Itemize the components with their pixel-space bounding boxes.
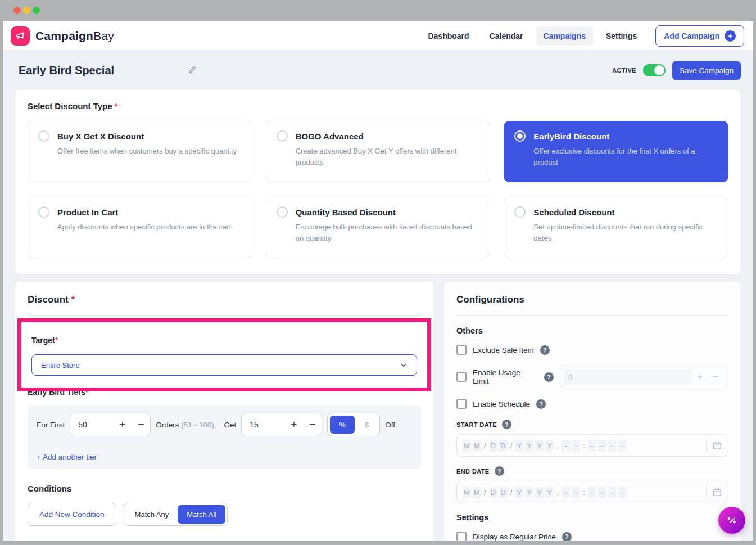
radio-unselected-icon	[277, 206, 288, 218]
brand-name: CampaignBay	[35, 29, 114, 43]
enable-schedule-checkbox[interactable]	[456, 399, 467, 409]
type-card-title: BOGO Advanced	[296, 132, 364, 141]
add-tier-link[interactable]: + Add another tier	[37, 453, 97, 463]
type-card-product-in-cart[interactable]: Product In Cart Apply discounts when spe…	[28, 197, 252, 258]
decrement-button[interactable]: −	[132, 418, 150, 431]
conditions-title: Conditions	[28, 484, 421, 493]
others-title: Others	[456, 326, 728, 335]
nav-item-settings[interactable]: Settings	[599, 26, 644, 46]
minimize-window-button[interactable]	[23, 7, 30, 14]
magic-wand-icon	[725, 514, 739, 527]
get-label: Get	[224, 421, 237, 429]
increment-button[interactable]: +	[692, 371, 708, 382]
help-icon[interactable]: ?	[536, 399, 546, 409]
app-window: CampaignBay Dashboard Calendar Campaigns…	[3, 21, 753, 541]
discount-type-section: Select Discount Type * Buy X Get X Disco…	[15, 90, 741, 274]
brand: CampaignBay	[11, 26, 114, 46]
add-condition-button[interactable]: Add New Condition	[28, 503, 116, 526]
type-card-scheduled[interactable]: Scheduled Discount Set up time-limited d…	[504, 197, 728, 258]
app-header: CampaignBay Dashboard Calendar Campaigns…	[3, 21, 753, 51]
settings-title: Settings	[456, 513, 728, 522]
usage-limit-value[interactable]: 0	[564, 369, 692, 385]
type-card-description: Apply discounts when specific products a…	[57, 222, 242, 233]
start-date-label: START DATE	[456, 421, 497, 428]
radio-selected-icon	[514, 130, 526, 142]
save-campaign-button[interactable]: Save Campaign	[672, 61, 741, 80]
discount-type-title: Select Discount Type *	[28, 101, 728, 111]
discount-type-grid: Buy X Get X Discount Offer free items wh…	[28, 121, 728, 258]
tiers-panel: For First 50 + − Orders (51 - 100), Get …	[28, 405, 421, 469]
increment-button[interactable]: +	[284, 418, 303, 431]
brand-logo-icon	[11, 26, 30, 46]
first-orders-value[interactable]: 50	[70, 420, 113, 429]
calendar-icon[interactable]	[712, 440, 722, 451]
decrement-button[interactable]: −	[708, 371, 723, 382]
target-dropdown[interactable]: Entire Store	[31, 354, 417, 376]
chevron-down-icon	[400, 361, 408, 369]
type-card-description: Create advanced Buy X Get Y offers with …	[296, 146, 480, 168]
nav-item-calendar[interactable]: Calendar	[482, 26, 531, 46]
start-date-input[interactable]: MM/DD/YYYY,--:----	[456, 434, 728, 457]
end-date-input[interactable]: MM/DD/YYYY,--:----	[456, 481, 728, 503]
configurations-section: Configurations Others Exclude Sale Item …	[444, 282, 741, 541]
discount-section: Discount * Target* Entire Store Ea	[15, 282, 433, 541]
configurations-title: Configurations	[456, 294, 728, 305]
for-first-label: For First	[37, 421, 65, 429]
percent-option[interactable]: %	[330, 416, 355, 434]
help-icon[interactable]: ?	[544, 372, 554, 382]
enable-schedule-label: Enable Schedule	[473, 400, 530, 408]
dollar-option[interactable]: $	[356, 416, 377, 434]
match-any-option[interactable]: Match Any	[126, 505, 178, 524]
target-label: Target*	[31, 336, 417, 345]
nav-item-campaigns[interactable]: Campaigns	[536, 26, 593, 46]
usage-limit-row: Enable Usage Limit ? 0 + −	[456, 366, 728, 388]
match-all-option[interactable]: Match All	[178, 505, 225, 524]
usage-limit-input[interactable]: 0 + −	[560, 366, 728, 388]
type-card-title: Buy X Get X Discount	[57, 132, 144, 141]
edit-title-button[interactable]	[187, 65, 197, 76]
radio-unselected-icon	[514, 206, 526, 218]
off-label: Off.	[385, 421, 397, 429]
content-area: Select Discount Type * Buy X Get X Disco…	[3, 90, 753, 541]
type-card-earlybird[interactable]: EarlyBird Discount Offer exclusive disco…	[504, 121, 728, 182]
type-card-buy-x-get-x[interactable]: Buy X Get X Discount Offer free items wh…	[28, 121, 252, 182]
type-card-bogo-advanced[interactable]: BOGO Advanced Create advanced Buy X Get …	[266, 121, 491, 182]
active-toggle[interactable]	[643, 64, 666, 76]
type-card-description: Set up time-limited discounts that run d…	[533, 222, 718, 244]
add-campaign-button[interactable]: Add Campaign +	[655, 25, 744, 47]
exclude-sale-item-checkbox[interactable]	[456, 345, 467, 355]
maximize-window-button[interactable]	[33, 7, 40, 14]
enable-usage-limit-label: Enable Usage Limit	[473, 368, 538, 385]
pencil-icon	[187, 65, 197, 75]
active-status-label: ACTIVE	[612, 67, 636, 74]
discount-amount-value[interactable]: 15	[242, 420, 284, 429]
orders-label: Orders (51 - 100),	[156, 421, 216, 429]
first-orders-stepper[interactable]: 50 + −	[70, 413, 151, 436]
type-card-title: Scheduled Discount	[533, 208, 614, 217]
radio-unselected-icon	[277, 130, 288, 142]
type-card-title: Product In Cart	[57, 208, 118, 217]
type-card-description: Offer exclusive discounts for the first …	[533, 146, 718, 168]
nav-item-dashboard[interactable]: Dashboard	[420, 26, 476, 46]
display-regular-price-checkbox[interactable]	[456, 532, 467, 541]
radio-unselected-icon	[38, 130, 49, 142]
help-icon[interactable]: ?	[502, 420, 511, 429]
radio-unselected-icon	[38, 206, 49, 218]
increment-button[interactable]: +	[113, 418, 132, 431]
type-card-quantity-based[interactable]: Quantity Based Discount Encourage bulk p…	[266, 197, 491, 258]
exclude-sale-item-label: Exclude Sale Item	[473, 346, 534, 354]
annotation-highlight: Target* Entire Store	[17, 318, 431, 391]
help-icon[interactable]: ?	[540, 345, 550, 355]
magic-wand-fab[interactable]	[718, 507, 745, 534]
type-card-description: Encourage bulk purchases with tiered dis…	[296, 222, 480, 244]
enable-usage-limit-checkbox[interactable]	[456, 372, 467, 382]
close-window-button[interactable]	[13, 7, 21, 14]
help-icon[interactable]: ?	[562, 532, 572, 541]
help-icon[interactable]: ?	[495, 466, 504, 476]
discount-amount-stepper[interactable]: 15 + −	[241, 413, 322, 436]
calendar-icon[interactable]	[712, 487, 722, 497]
tier-row: For First 50 + − Orders (51 - 100), Get …	[37, 413, 412, 436]
enable-schedule-row: Enable Schedule ?	[456, 398, 728, 410]
decrement-button[interactable]: −	[303, 418, 322, 431]
type-card-title: Quantity Based Discount	[296, 208, 396, 217]
